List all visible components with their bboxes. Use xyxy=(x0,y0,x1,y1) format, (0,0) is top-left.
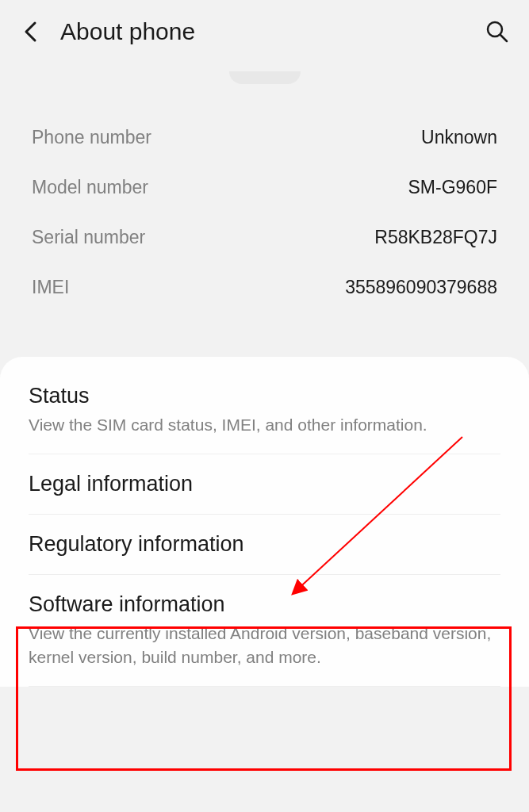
legal-information-item[interactable]: Legal information xyxy=(29,454,500,515)
imei-value: 355896090379688 xyxy=(345,277,497,298)
model-number-label: Model number xyxy=(32,177,148,198)
status-item[interactable]: Status View the SIM card status, IMEI, a… xyxy=(29,366,500,454)
model-number-row[interactable]: Model number SM-G960F xyxy=(32,163,497,213)
serial-number-label: Serial number xyxy=(32,227,145,248)
model-number-value: SM-G960F xyxy=(408,177,497,198)
phone-number-value: Unknown xyxy=(421,127,497,148)
imei-row[interactable]: IMEI 355896090379688 xyxy=(32,262,497,312)
imei-label: IMEI xyxy=(32,277,69,298)
search-icon[interactable] xyxy=(485,19,510,44)
phone-number-label: Phone number xyxy=(32,127,151,148)
status-title: Status xyxy=(29,384,500,408)
status-subtitle: View the SIM card status, IMEI, and othe… xyxy=(29,413,500,436)
phone-number-row[interactable]: Phone number Unknown xyxy=(32,113,497,163)
regulatory-information-item[interactable]: Regulatory information xyxy=(29,515,500,575)
back-icon[interactable] xyxy=(19,21,41,43)
tab-indicator xyxy=(229,71,301,84)
software-information-item[interactable]: Software information View the currently … xyxy=(29,575,500,687)
legal-information-title: Legal information xyxy=(29,472,500,496)
page-title: About phone xyxy=(60,18,485,45)
serial-number-value: R58KB28FQ7J xyxy=(374,227,497,248)
regulatory-information-title: Regulatory information xyxy=(29,532,500,557)
serial-number-row[interactable]: Serial number R58KB28FQ7J xyxy=(32,213,497,262)
software-information-title: Software information xyxy=(29,592,500,617)
header: About phone xyxy=(0,0,529,63)
settings-card: Status View the SIM card status, IMEI, a… xyxy=(0,357,529,687)
device-info-section: Phone number Unknown Model number SM-G96… xyxy=(0,106,529,344)
software-information-subtitle: View the currently installed Android ver… xyxy=(29,622,500,668)
